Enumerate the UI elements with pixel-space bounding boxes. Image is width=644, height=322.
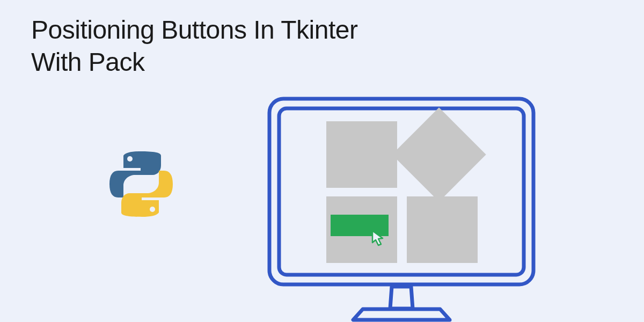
python-yellow-eye <box>150 207 155 212</box>
monitor-illustration <box>267 97 536 322</box>
title-line-2: With Pack <box>31 48 145 76</box>
monitor-outer-frame <box>269 99 533 284</box>
python-logo-icon <box>106 149 176 219</box>
monitor-base <box>353 309 450 320</box>
shape-square-top-left <box>326 121 397 188</box>
shape-diamond-top-right <box>392 107 486 201</box>
python-yellow-shape <box>121 171 173 217</box>
python-blue-shape <box>109 151 161 197</box>
page-title: Positioning Buttons In Tkinter With Pack <box>31 14 357 78</box>
monitor-inner-frame <box>279 108 524 275</box>
monitor-neck <box>390 287 413 309</box>
python-blue-eye <box>127 156 133 162</box>
title-line-1: Positioning Buttons In Tkinter <box>31 16 357 44</box>
shape-square-bottom-right <box>407 196 478 263</box>
green-button <box>331 215 389 236</box>
